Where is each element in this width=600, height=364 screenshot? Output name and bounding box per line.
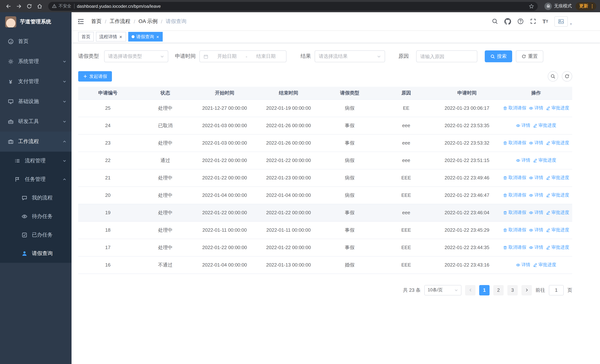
sidebar-item-system[interactable]: 系统管理 — [0, 52, 72, 72]
delete-icon — [503, 106, 507, 110]
browser-update-button[interactable]: 更新 — [576, 2, 596, 10]
apply-time-range-picker[interactable]: 开始日期 - 结束日期 — [199, 50, 286, 62]
sidebar-item-infra[interactable]: 基础设施 — [0, 92, 72, 112]
sidebar-item-process-mgmt[interactable]: 流程管理 — [0, 152, 72, 170]
detail-link[interactable]: 详情 — [529, 244, 543, 251]
eye-icon — [529, 245, 533, 250]
approval-progress-link[interactable]: 审批进度 — [546, 140, 569, 146]
sidebar-item-label: 请假查询 — [32, 250, 53, 257]
delete-icon — [503, 193, 507, 197]
cell-apply-time: 2022-01-22 23:49:46 — [434, 169, 500, 187]
sidebar-item-todo-tasks[interactable]: 待办任务 — [0, 207, 72, 226]
detail-link[interactable]: 详情 — [529, 209, 543, 216]
reset-button[interactable]: 重置 — [516, 50, 543, 62]
leave-type-select[interactable]: 请选择请假类型 — [104, 50, 168, 62]
reason-input[interactable] — [416, 50, 477, 62]
result-select[interactable]: 请选择流结果 — [315, 50, 385, 62]
cell-end-time: 2022-01-11 00:00:00 — [256, 221, 321, 239]
approval-progress-link[interactable]: 审批进度 — [546, 105, 569, 111]
tab-leave-query[interactable]: 请假查询 × — [128, 32, 163, 42]
approval-progress-link[interactable]: 审批进度 — [546, 244, 569, 251]
cell-status: 已取消 — [138, 117, 193, 134]
chevron-down-icon — [63, 120, 66, 123]
refresh-table-button[interactable] — [562, 71, 572, 82]
cancel-leave-link[interactable]: 取消请假 — [503, 209, 526, 216]
detail-link[interactable]: 详情 — [529, 227, 543, 233]
tab-process-detail[interactable]: 流程详情 × — [96, 32, 126, 42]
detail-link[interactable]: 详情 — [516, 122, 530, 129]
tab-home[interactable]: 首页 — [78, 32, 94, 42]
github-icon[interactable] — [504, 18, 511, 25]
cancel-leave-link[interactable]: 取消请假 — [503, 175, 526, 181]
cancel-leave-link[interactable]: 取消请假 — [503, 140, 526, 146]
goto-page-input[interactable] — [549, 285, 564, 295]
approval-progress-label: 审批进度 — [538, 262, 556, 268]
approval-progress-link[interactable]: 审批进度 — [546, 227, 569, 233]
approval-progress-link[interactable]: 审批进度 — [546, 192, 569, 198]
toolbox-icon — [7, 119, 14, 125]
cell-status: 通过 — [138, 152, 193, 169]
page-content: 请假类型 请选择请假类型 申请时间 开始日期 - 结束日期 结果 请选择流 — [72, 43, 600, 295]
next-page-button[interactable] — [521, 285, 532, 295]
bookmark-star-icon[interactable] — [529, 3, 534, 9]
sidebar-item-workflow[interactable]: 工作流程 — [0, 131, 72, 152]
approval-progress-link[interactable]: 审批进度 — [533, 122, 556, 129]
approval-progress-link[interactable]: 审批进度 — [546, 209, 569, 216]
detail-link[interactable]: 详情 — [529, 105, 543, 111]
cell-apply-time: 2022-01-22 23:46:04 — [434, 204, 500, 221]
approval-progress-link[interactable]: 审批进度 — [533, 262, 556, 268]
user-menu[interactable]: ▼ — [554, 16, 572, 27]
table-row: 18 处理中 2022-01-11 00:00:00 2022-01-11 00… — [78, 221, 572, 239]
cell-apply-id: 23 — [78, 134, 138, 152]
close-icon[interactable]: × — [119, 34, 122, 39]
browser-home-button[interactable] — [35, 1, 45, 11]
sidebar-item-leave-query[interactable]: 请假查询 — [0, 244, 72, 263]
detail-link[interactable]: 详情 — [529, 192, 543, 198]
sidebar-item-home[interactable]: 首页 — [0, 31, 72, 52]
detail-link[interactable]: 详情 — [529, 175, 543, 181]
cancel-leave-link[interactable]: 取消请假 — [503, 227, 526, 233]
browser-forward-button[interactable] — [14, 1, 24, 11]
update-label: 更新 — [579, 3, 588, 9]
search-button[interactable]: 搜索 — [485, 50, 512, 62]
approval-progress-link[interactable]: 审批进度 — [533, 157, 556, 163]
browser-back-button[interactable] — [4, 1, 13, 11]
page-button-2[interactable]: 2 — [493, 285, 504, 295]
security-warning[interactable]: 不安全 — [52, 3, 71, 9]
breadcrumb-oa-example[interactable]: OA 示例 — [139, 18, 158, 25]
table-row: 25 处理中 2021-12-27 00:00:00 2022-01-19 00… — [78, 99, 572, 117]
chevron-down-icon — [63, 159, 66, 163]
help-icon[interactable] — [517, 18, 524, 24]
page-button-3[interactable]: 3 — [507, 285, 518, 295]
cell-end-time: 2022-01-26 00:00:00 — [256, 134, 321, 152]
toggle-search-button[interactable] — [548, 71, 558, 82]
prev-page-button[interactable] — [465, 285, 476, 295]
app-logo[interactable]: 芋道管理系统 — [0, 12, 72, 31]
sidebar-item-task-mgmt[interactable]: 任务管理 — [0, 170, 72, 189]
edit-icon — [546, 210, 550, 215]
breadcrumb-home[interactable]: 首页 — [91, 18, 102, 25]
address-bar[interactable]: 不安全 dashboard.yudao.iocoder.cn/bpm/oa/le… — [48, 2, 538, 10]
breadcrumb-workflow[interactable]: 工作流程 — [110, 18, 131, 25]
cancel-leave-link[interactable]: 取消请假 — [503, 105, 526, 111]
col-leave-type: 请假类型 — [321, 87, 378, 99]
fullscreen-icon[interactable] — [530, 18, 536, 24]
sidebar-collapse-icon[interactable] — [77, 18, 84, 25]
detail-link[interactable]: 详情 — [516, 157, 530, 163]
sidebar-item-payment[interactable]: ¥ 支付管理 — [0, 72, 72, 92]
browser-reload-button[interactable] — [24, 1, 34, 11]
detail-link[interactable]: 详情 — [529, 140, 543, 146]
detail-link[interactable]: 详情 — [516, 262, 530, 268]
page-button-1[interactable]: 1 — [479, 285, 489, 295]
sidebar-item-done-tasks[interactable]: 已办任务 — [0, 226, 72, 244]
search-icon[interactable] — [492, 18, 498, 24]
cancel-leave-link[interactable]: 取消请假 — [503, 192, 526, 198]
close-icon[interactable]: × — [156, 34, 159, 39]
create-leave-button[interactable]: 发起请假 — [78, 71, 112, 82]
cancel-leave-link[interactable]: 取消请假 — [503, 244, 526, 251]
page-size-select[interactable]: 10条/页 — [424, 285, 461, 295]
font-size-icon[interactable]: TT — [543, 19, 548, 24]
sidebar-item-devtools[interactable]: 研发工具 — [0, 112, 72, 131]
approval-progress-link[interactable]: 审批进度 — [546, 175, 569, 181]
sidebar-item-my-process[interactable]: 我的流程 — [0, 189, 72, 207]
